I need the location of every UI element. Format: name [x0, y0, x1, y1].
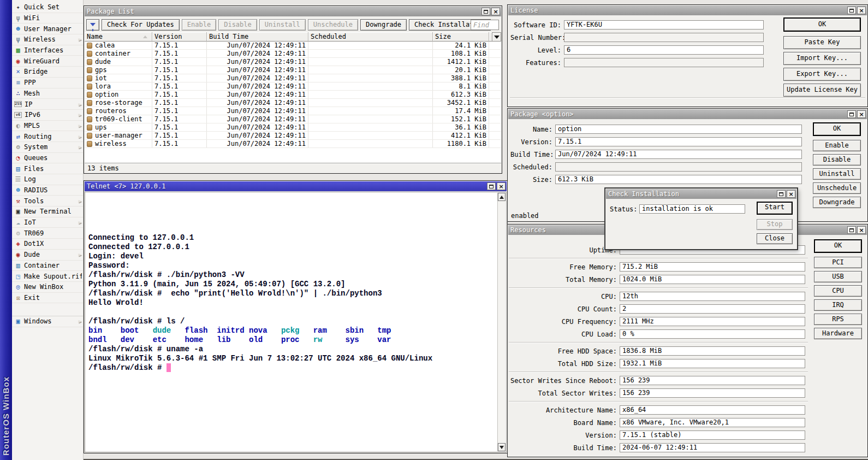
- sector-writes-since-reboot-field[interactable]: 156 239: [620, 376, 805, 385]
- sidebar-item-container[interactable]: ▥Container: [12, 261, 83, 272]
- sidebar-item-tr069[interactable]: ⚙TR069: [12, 228, 83, 239]
- ok-button[interactable]: OK: [814, 239, 862, 253]
- table-row[interactable]: tr069-client7.15.1Jun/07/2024 12:49:1115…: [85, 115, 501, 123]
- close-button[interactable]: ×: [491, 8, 500, 15]
- column-menu-button[interactable]: [492, 32, 501, 42]
- sidebar-item-user-manager[interactable]: ☻User Manager: [12, 23, 83, 34]
- cpu-frequency-field[interactable]: 2111 MHz: [620, 317, 805, 326]
- free-hdd-space-field[interactable]: 1836.8 MiB: [620, 346, 805, 356]
- import-key-button[interactable]: Import Key...: [783, 52, 861, 65]
- version-field[interactable]: 7.15.1: [555, 137, 802, 146]
- ok-button[interactable]: OK: [813, 122, 861, 136]
- column-header-scheduled[interactable]: Scheduled: [308, 32, 433, 42]
- sidebar-item-interfaces[interactable]: ▦Interfaces: [12, 45, 83, 56]
- sidebar-item-exit[interactable]: ☒Exit: [12, 293, 83, 304]
- close-button[interactable]: ×: [857, 110, 866, 118]
- table-row[interactable]: iot7.15.1Jun/07/2024 12:49:11388.1 KiB: [85, 74, 501, 82]
- level-field[interactable]: 6: [564, 45, 764, 55]
- table-row[interactable]: routeros7.15.1Jun/07/2024 12:49:1117.4 M…: [85, 107, 501, 115]
- table-row[interactable]: calea7.15.1Jun/07/2024 12:49:1124.1 KiB: [85, 42, 501, 50]
- column-header-name[interactable]: Name: [85, 32, 152, 42]
- table-row[interactable]: user-manager7.15.1Jun/07/2024 12:49:1141…: [85, 132, 501, 140]
- architecture-name-field[interactable]: x86_64: [620, 405, 805, 415]
- sidebar-item-ipv6[interactable]: v6IPv6▶: [12, 110, 83, 121]
- check-installation-titlebar[interactable]: Check Installation ×: [606, 189, 796, 199]
- table-row[interactable]: lora7.15.1Jun/07/2024 12:49:118.1 KiB: [85, 82, 501, 91]
- sidebar-item-routing[interactable]: ⇄Routing▶: [12, 131, 83, 142]
- maximize-button[interactable]: [847, 226, 856, 234]
- export-key-button[interactable]: Export Key...: [783, 68, 861, 81]
- close-button[interactable]: ×: [787, 190, 795, 198]
- table-row[interactable]: option7.15.1Jun/07/2024 12:49:11612.3 Ki…: [85, 91, 501, 99]
- disable-button[interactable]: Disable: [813, 154, 861, 166]
- sidebar-item-make-supout-rif[interactable]: ◳Make Supout.rif: [12, 271, 83, 282]
- sidebar-item-dude[interactable]: ◉Dude▶: [12, 250, 83, 261]
- terminal-scrollbar[interactable]: [497, 193, 506, 451]
- sidebar-item-mpls[interactable]: ◐MPLS▶: [12, 121, 83, 132]
- pci-button[interactable]: PCI: [814, 257, 862, 268]
- software-id-field[interactable]: YFTK-EK6U: [564, 20, 764, 30]
- scheduled-field[interactable]: [555, 162, 802, 172]
- unschedule-button[interactable]: Unschedule: [308, 19, 358, 31]
- sidebar-item-dot1x[interactable]: ◈Dot1X: [12, 239, 83, 250]
- uninstall-button[interactable]: Uninstall: [259, 19, 306, 31]
- close-button[interactable]: Close: [757, 233, 793, 244]
- sidebar-item-tools[interactable]: ⚒Tools▶: [12, 196, 83, 207]
- sidebar-item-iot[interactable]: ☁IoT▶: [12, 217, 83, 228]
- total-sector-writes-field[interactable]: 156 239: [620, 388, 805, 398]
- sidebar-item-system[interactable]: ⚙System▶: [12, 142, 83, 153]
- sidebar-item-log[interactable]: ☰Log: [12, 174, 83, 185]
- close-button[interactable]: ×: [857, 7, 866, 14]
- table-row[interactable]: ups7.15.1Jun/07/2024 12:49:1136.1 KiB: [85, 123, 501, 132]
- cpu-count-field[interactable]: 2: [620, 304, 805, 314]
- build-time-field[interactable]: Jun/07/2024 12:49:11: [555, 150, 802, 159]
- serial-number-field[interactable]: [564, 33, 764, 42]
- maximize-button[interactable]: [847, 110, 856, 118]
- sidebar-item-new-winbox[interactable]: ◎New WinBox: [12, 282, 83, 293]
- version-field[interactable]: 7.15.1 (stable): [620, 430, 805, 440]
- disable-button[interactable]: Disable: [218, 19, 257, 31]
- sidebar-item-new-terminal[interactable]: ▣New Terminal: [12, 207, 83, 217]
- maximize-button[interactable]: [487, 182, 496, 190]
- cpu-field[interactable]: 12th: [620, 292, 805, 301]
- downgrade-button[interactable]: Downgrade: [813, 197, 861, 208]
- total-memory-field[interactable]: 1024.0 MiB: [620, 275, 805, 284]
- name-field[interactable]: option: [555, 125, 802, 134]
- table-row[interactable]: container7.15.1Jun/07/2024 12:49:11108.1…: [85, 50, 501, 58]
- rps-button[interactable]: RPS: [814, 314, 862, 325]
- features-field[interactable]: [564, 58, 764, 67]
- enable-button[interactable]: Enable: [813, 140, 861, 151]
- sidebar-item-ip[interactable]: 255IP▶: [12, 99, 83, 110]
- board-name-field[interactable]: x86 VMware, Inc. VMware20,1: [620, 418, 805, 427]
- ok-button[interactable]: OK: [783, 17, 861, 32]
- column-header-build-time[interactable]: Build Time: [207, 32, 308, 42]
- downgrade-button[interactable]: Downgrade: [360, 19, 407, 31]
- check-for-updates-button[interactable]: Check For Updates: [102, 19, 180, 31]
- sidebar-item-bridge[interactable]: ×Bridge: [12, 67, 83, 78]
- status-field[interactable]: installation is ok: [639, 204, 745, 214]
- free-memory-field[interactable]: 715.2 MiB: [620, 262, 805, 272]
- table-row[interactable]: wireless7.15.1Jun/07/2024 12:49:111180.1…: [85, 140, 501, 148]
- update-license-key-button[interactable]: Update License Key: [783, 84, 861, 97]
- build-time-field[interactable]: 2024-06-07 12:49:11: [620, 443, 805, 452]
- total-hdd-size-field[interactable]: 1932.1 MiB: [620, 359, 805, 368]
- sidebar-item-ppp[interactable]: ≡PPP: [12, 78, 83, 89]
- start-button[interactable]: Start: [757, 202, 793, 215]
- package-option-titlebar[interactable]: Package <option> ×: [508, 109, 867, 119]
- sidebar-item-radius[interactable]: ☻RADIUS: [12, 185, 83, 196]
- sidebar-item-quick-set[interactable]: ✦Quick Set: [12, 2, 83, 13]
- close-button[interactable]: ×: [857, 226, 866, 234]
- cpu-load-field[interactable]: 0 %: [620, 329, 805, 339]
- table-row[interactable]: rose-storage7.15.1Jun/07/2024 12:49:1134…: [85, 99, 501, 107]
- scroll-up-button[interactable]: [498, 193, 506, 201]
- close-button[interactable]: ×: [497, 182, 506, 190]
- sidebar-item-wifi[interactable]: ψWiFi: [12, 13, 83, 24]
- hardware-button[interactable]: Hardware: [814, 328, 862, 339]
- sidebar-item-wireguard[interactable]: ◉WireGuard: [12, 56, 83, 67]
- irq-button[interactable]: IRQ: [814, 299, 862, 311]
- license-titlebar[interactable]: License ×: [508, 5, 867, 15]
- scroll-down-button[interactable]: [498, 443, 506, 451]
- stop-button[interactable]: Stop: [757, 219, 793, 230]
- table-row[interactable]: dude7.15.1Jun/07/2024 12:49:111412.1 KiB: [85, 58, 501, 66]
- paste-key-button[interactable]: Paste Key: [783, 36, 861, 49]
